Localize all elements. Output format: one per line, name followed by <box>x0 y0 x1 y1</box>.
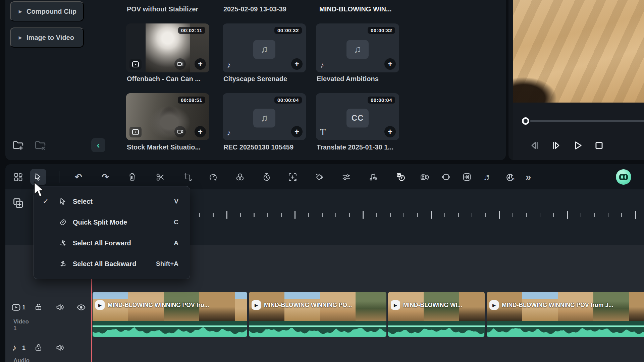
film-camera-icon <box>174 58 186 70</box>
music-notes-icon: ♬ <box>483 172 492 182</box>
chevron-left-icon: ‹ <box>97 140 100 150</box>
add-to-timeline-button[interactable]: + <box>291 126 303 137</box>
duration-button[interactable] <box>259 169 275 185</box>
timeline-clip-3[interactable]: ▶ MIND-BLOWING WI... <box>388 292 485 337</box>
keyframe-button[interactable] <box>311 169 327 185</box>
menu-item-select[interactable]: ✓ Select V <box>34 192 190 211</box>
robot-face-icon <box>619 174 628 180</box>
denoise-button[interactable] <box>459 169 475 185</box>
svg-text:AI: AI <box>511 178 514 181</box>
menu-item-select-all-forward[interactable]: Select All Forward A <box>34 233 190 253</box>
menu-item-select-all-backward[interactable]: Select All Backward Shift+A <box>34 254 190 274</box>
next-frame-button[interactable] <box>549 139 563 152</box>
redo-button[interactable]: ↷ <box>97 169 113 185</box>
collapse-sidebar-button[interactable]: ‹ <box>91 138 105 152</box>
add-to-timeline-button[interactable]: + <box>195 126 206 137</box>
add-to-timeline-button[interactable]: + <box>291 58 303 70</box>
camera-roll-icon <box>129 127 142 137</box>
voice-changer-button[interactable] <box>416 169 432 185</box>
stop-button[interactable] <box>592 139 606 152</box>
sidebar-item-compound-clip[interactable]: ▸ Compound Clip <box>10 1 84 21</box>
music-tile-icon: ♫ <box>253 40 275 59</box>
speed-button[interactable] <box>205 169 221 185</box>
preview-panel <box>508 0 644 160</box>
crop-button[interactable] <box>180 169 196 185</box>
frame-shake-icon <box>441 172 451 182</box>
stabilization-button[interactable] <box>438 169 454 185</box>
media-tile-elevated[interactable]: 00:00:32 ♫ ♪ + <box>316 23 399 72</box>
clip-title: ▶ MIND-BLOWING WINNING PO... <box>252 300 352 310</box>
play-button[interactable] <box>571 139 584 152</box>
timeline-clip-1[interactable]: ▶ MIND-BLOWING WINNING POV fro... <box>93 292 247 337</box>
menu-item-quick-split-mode[interactable]: Quick Split Mode C <box>34 213 190 232</box>
clip-audio-waveform <box>487 321 644 337</box>
sidebar-item-image-to-video[interactable]: ▸ Image to Video <box>10 27 84 48</box>
play-badge-icon: ▶ <box>252 300 261 310</box>
previous-frame-button[interactable] <box>528 139 541 152</box>
quick-split-icon <box>58 218 68 226</box>
add-folder-button[interactable] <box>12 139 24 151</box>
ai-audio-icon: AI <box>505 172 515 182</box>
media-tile-cityscape[interactable]: 00:00:32 ♫ ♪ + <box>223 23 306 72</box>
media-library-panel: ▸ Compound Clip ▸ Image to Video ‹ <box>5 0 506 160</box>
music-note-icon: ♪ <box>320 60 324 70</box>
menu-item-label: Select <box>73 198 93 205</box>
media-title: Stock Market Situatio... <box>127 143 211 151</box>
redo-icon: ↷ <box>102 172 109 182</box>
add-to-timeline-button[interactable]: + <box>384 58 396 70</box>
duration-badge: 00:00:04 <box>274 97 302 104</box>
select-all-backward-icon <box>58 260 68 268</box>
hide-track-button[interactable] <box>76 303 86 312</box>
music-note-icon: ♪ <box>227 128 231 137</box>
clip-label: MIND-BLOWING WINNING POV fro... <box>108 302 209 309</box>
delete-button[interactable] <box>124 169 140 185</box>
duration-badge: 00:00:32 <box>368 27 395 34</box>
add-to-timeline-button[interactable]: + <box>195 58 206 70</box>
preview-seek-track[interactable] <box>530 120 644 122</box>
lock-track-button[interactable] <box>34 343 43 352</box>
mute-track-button[interactable] <box>56 343 65 352</box>
ai-audio-button[interactable]: AI <box>502 169 518 185</box>
media-tile-rec[interactable]: 00:00:04 ♫ ♪ + <box>223 93 306 140</box>
motion-tracking-button[interactable] <box>284 169 301 185</box>
camera-roll-icon <box>129 59 142 70</box>
stopwatch-icon <box>262 173 271 181</box>
tracking-target-icon <box>288 173 297 182</box>
adjust-button[interactable] <box>338 169 354 185</box>
caret-right-icon: ▸ <box>19 8 22 15</box>
clip-title: ▶ MIND-BLOWING WI... <box>391 300 462 310</box>
text-to-speech-icon <box>396 172 406 182</box>
media-title: POV without Stabilizer <box>127 5 211 13</box>
ai-assistant-button[interactable] <box>616 169 631 185</box>
text-to-speech-button[interactable] <box>393 169 409 185</box>
music-note-icon: ♪ <box>227 60 231 70</box>
media-tile-stock-market[interactable]: 00:08:51 + <box>126 93 209 140</box>
lock-track-button[interactable] <box>34 303 43 311</box>
delete-folder-button[interactable] <box>34 139 46 151</box>
more-tools-button[interactable]: » <box>520 169 536 185</box>
add-to-timeline-button[interactable]: + <box>384 126 396 137</box>
timeline-clip-4[interactable]: ▶ MIND-BLOWING WINNING POV from J... <box>487 292 644 337</box>
clip-audio-waveform <box>249 321 386 337</box>
preview-seek-handle[interactable] <box>522 117 529 125</box>
media-tile-translate[interactable]: 00:00:04 CC T + <box>316 93 399 140</box>
menu-item-shortcut: A <box>174 239 178 247</box>
media-grid-view-button[interactable] <box>10 169 26 185</box>
text-icon: T <box>320 127 326 137</box>
timeline-clip-2[interactable]: ▶ MIND-BLOWING WINNING PO... <box>249 292 386 337</box>
undo-button[interactable]: ↶ <box>70 169 87 185</box>
speed-dial-icon <box>209 173 218 182</box>
clip-title: ▶ MIND-BLOWING WINNING POV from J... <box>489 300 613 310</box>
add-to-track-button[interactable] <box>12 197 24 209</box>
closed-captions-icon: CC <box>346 109 369 127</box>
music-button[interactable]: ♬ <box>480 169 496 185</box>
music-beat-icon <box>369 173 378 182</box>
beat-detection-button[interactable] <box>365 169 381 185</box>
trash-icon <box>128 173 137 181</box>
media-tile-offenbach[interactable]: 00:02:11 + <box>126 23 209 72</box>
select-tool-button[interactable] <box>30 169 46 185</box>
color-button[interactable] <box>232 169 248 185</box>
folder-remove-icon <box>34 139 46 151</box>
mute-track-button[interactable] <box>56 303 65 312</box>
split-button[interactable] <box>152 169 168 185</box>
